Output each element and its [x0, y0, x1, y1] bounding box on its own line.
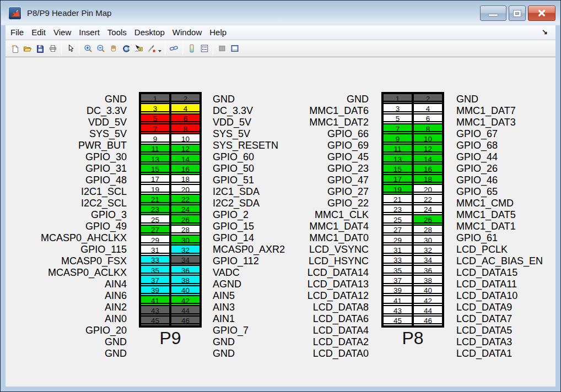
matlab-logo-icon — [8, 7, 21, 20]
pin-label: VDD_5V — [17, 117, 127, 128]
menu-bar: File Edit View Insert Tools Desktop Wind… — [6, 25, 555, 40]
pan-icon[interactable] — [107, 42, 120, 55]
figure-canvas: GNDDC_3.3VVDD_5VSYS_5VPWR_BUTGPIO_30GPIO… — [6, 57, 555, 386]
pin-cell: 16 — [171, 165, 199, 173]
menu-tools[interactable]: Tools — [104, 25, 131, 40]
pin-cell: 9 — [141, 134, 169, 143]
pin-label: LCD_DATA15 — [456, 267, 561, 279]
menu-overflow-arrow-icon[interactable]: ↘ — [542, 28, 548, 36]
pin-cell: 33 — [384, 256, 412, 265]
zoom-out-icon[interactable] — [94, 42, 107, 55]
pin-label: GPIO_46 — [456, 175, 561, 186]
pin-label: LCD_DATA7 — [456, 313, 561, 325]
pin-cell: 10 — [414, 134, 442, 143]
pin-label: GPIO_23 — [258, 163, 369, 175]
pin-cell: 20 — [414, 185, 442, 194]
pin-cell: 22 — [171, 195, 199, 204]
save-figure-icon[interactable] — [34, 42, 46, 55]
pin-cell: 28 — [171, 226, 199, 235]
pin-label: LCD_DATA3 — [456, 336, 561, 348]
insert-colorbar-icon[interactable] — [185, 42, 198, 55]
pin-label: PWR_BUT — [17, 140, 127, 151]
pin-cell: 31 — [384, 246, 412, 254]
pin-label: MMC1_CMD — [456, 198, 561, 209]
pin-cell: 27 — [384, 226, 412, 235]
pin-label: LCD_DATA4 — [258, 325, 369, 336]
pin-cell: 40 — [171, 286, 199, 295]
insert-legend-icon[interactable] — [198, 42, 211, 55]
pin-label: MMC1_DAT0 — [258, 232, 369, 244]
pin-label: GPIO_20 — [17, 325, 127, 336]
pin-label: LCD_DATA11 — [456, 279, 561, 290]
pin-cell: 42 — [414, 296, 442, 305]
menu-window[interactable]: Window — [169, 25, 206, 40]
menu-desktop[interactable]: Desktop — [131, 25, 169, 40]
new-figure-icon[interactable] — [8, 42, 21, 55]
pin-label: MMC1_DAT2 — [258, 117, 369, 128]
rotate-3d-icon[interactable] — [120, 42, 132, 55]
close-button[interactable] — [528, 6, 555, 21]
maximize-button[interactable] — [509, 6, 526, 21]
pin-cell: 30 — [414, 236, 442, 244]
pin-cell: 37 — [141, 276, 169, 285]
pin-grid-p8: 1234567891011121314151617181920212223242… — [381, 92, 444, 328]
pin-label: GPIO_31 — [17, 163, 127, 175]
pin-cell: 4 — [414, 104, 442, 113]
brush-dropdown-arrow-icon[interactable] — [158, 50, 161, 52]
open-file-icon[interactable] — [21, 42, 34, 55]
pin-cell: 29 — [384, 236, 412, 244]
hide-plot-tools-icon[interactable] — [215, 42, 228, 55]
link-plot-icon[interactable] — [168, 42, 180, 55]
pin-label: GND — [17, 348, 127, 360]
pin-label: MCASP0_ACLKX — [17, 267, 127, 279]
pin-label: LCD_VSYNC — [258, 244, 369, 255]
menu-edit[interactable]: Edit — [28, 25, 50, 40]
header-title-p8: P8 — [381, 328, 444, 349]
pin-cell: 32 — [171, 246, 199, 254]
pin-label: GPIO_61 — [456, 232, 561, 244]
pin-cell: 38 — [171, 276, 199, 285]
menu-file[interactable]: File — [7, 25, 28, 40]
pin-label: SYS_5V — [17, 128, 127, 140]
pin-cell: 14 — [171, 155, 199, 164]
pin-label: GPIO_27 — [258, 186, 369, 198]
pin-cell: 18 — [414, 175, 442, 184]
zoom-in-icon[interactable] — [82, 42, 94, 55]
pin-label: LCD_DATA6 — [258, 313, 369, 325]
show-plot-tools-icon[interactable] — [228, 42, 241, 55]
data-cursor-icon[interactable] — [132, 42, 145, 55]
pin-label: LCD_DATA1 — [456, 348, 561, 360]
edit-plot-icon[interactable] — [64, 42, 77, 55]
pin-label: LCD_DATA10 — [456, 290, 561, 302]
print-figure-icon[interactable] — [46, 42, 59, 55]
pin-cell: 43 — [384, 306, 412, 315]
pin-label: GPIO_66 — [258, 128, 369, 140]
menu-insert[interactable]: Insert — [75, 25, 104, 40]
pin-cell: 19 — [384, 185, 412, 194]
menu-view[interactable]: View — [50, 25, 75, 40]
header-title-p9: P9 — [139, 328, 202, 349]
pin-label: GPIO_22 — [258, 198, 369, 209]
pin-label: MCASP0_FSX — [17, 255, 127, 267]
pin-cell: 20 — [171, 185, 199, 194]
menu-help[interactable]: Help — [206, 25, 230, 40]
labels-left-p8: GNDMMC1_DAT6MMC1_DAT2GPIO_66GPIO_69GPIO_… — [258, 92, 369, 328]
brush-icon[interactable] — [145, 42, 158, 55]
pin-cell: 12 — [414, 145, 442, 154]
toolbar-separator — [165, 43, 165, 55]
pin-cell: 11 — [384, 145, 412, 154]
pin-label: GND — [17, 94, 127, 105]
toolbar-separator — [61, 43, 62, 55]
minimize-button[interactable] — [480, 6, 506, 21]
pin-cell: 39 — [141, 286, 169, 295]
pin-cell: 15 — [384, 165, 412, 173]
pin-cell: 9 — [384, 134, 412, 143]
figure-window: P8/P9 Header Pin Map File Edit View Inse… — [0, 0, 561, 392]
pin-label: GND — [456, 94, 561, 105]
pin-cell: 41 — [384, 296, 412, 305]
pin-label: LCD_DATA8 — [258, 302, 369, 313]
pin-label: MMC1_DAT7 — [456, 105, 561, 117]
toolbar-separator — [213, 43, 213, 55]
pin-cell: 26 — [414, 215, 442, 224]
pin-label: GPIO_44 — [456, 151, 561, 163]
